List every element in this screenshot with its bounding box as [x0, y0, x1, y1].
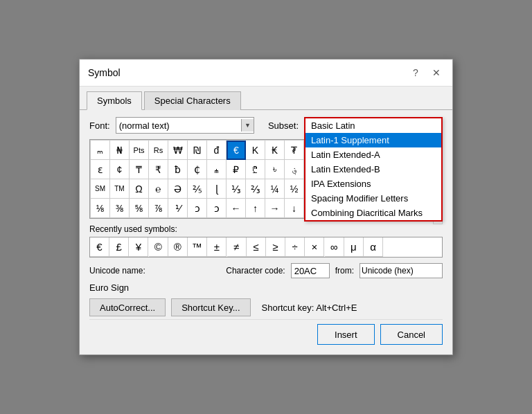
- font-select[interactable]: (normal text): [116, 117, 254, 134]
- help-button[interactable]: ?: [408, 65, 423, 80]
- symbol-cell[interactable]: ⅛: [91, 199, 110, 218]
- recent-cell[interactable]: ≤: [247, 237, 266, 257]
- symbol-cell[interactable]: ⅝: [130, 199, 149, 218]
- from-label: from:: [335, 266, 354, 276]
- subset-option-latin-ext-a[interactable]: Latin Extended-A: [305, 147, 441, 162]
- symbol-cell[interactable]: ½: [285, 179, 304, 199]
- unicode-name-value: Euro Sign: [89, 282, 129, 293]
- font-value: (normal text): [119, 120, 170, 131]
- symbol-cell[interactable]: TM: [110, 179, 130, 199]
- recent-cell[interactable]: ¥: [129, 237, 148, 257]
- symbol-cell[interactable]: ℮: [149, 179, 168, 199]
- recently-used-label: Recently used symbols:: [89, 224, 443, 234]
- symbol-cell[interactable]: ₦: [110, 141, 130, 160]
- symbol-cell[interactable]: ₾: [246, 160, 265, 179]
- subset-option-basic-latin[interactable]: Basic Latin: [305, 118, 441, 133]
- symbol-cell[interactable]: ৳: [265, 160, 285, 179]
- symbol-cell[interactable]: ⅓: [227, 179, 246, 199]
- footer-row: Insert Cancel: [89, 319, 443, 348]
- character-code-input[interactable]: [291, 263, 330, 278]
- dialog-body: Font: (normal text) Subset: Currency Sym…: [80, 110, 452, 354]
- dialog-title: Symbol: [88, 67, 121, 78]
- recent-cell[interactable]: ∞: [325, 237, 344, 257]
- unicode-name-value-row: Euro Sign: [89, 282, 443, 293]
- symbol-cell[interactable]: ₩: [168, 141, 188, 160]
- symbol-cell[interactable]: ₼: [207, 160, 227, 179]
- unicode-info-row: Unicode name: Character code: from: Unic…: [89, 263, 443, 278]
- symbol-cell[interactable]: Pts: [130, 141, 149, 160]
- recent-cell[interactable]: ≥: [266, 237, 285, 257]
- subset-option-spacing[interactable]: Spacing Modifier Letters: [305, 191, 441, 206]
- shortcut-text: Shortcut key: Alt+Ctrl+E: [262, 303, 357, 313]
- recent-cell[interactable]: ÷: [285, 237, 305, 257]
- symbol-cell[interactable]: ⅖: [188, 179, 207, 199]
- tab-symbols[interactable]: Symbols: [87, 91, 142, 110]
- symbol-cell[interactable]: ɭ: [207, 179, 227, 199]
- recently-used-grid: € £ ¥ © ® ™ ± ≠ ≤ ≥ ÷ × ∞ μ α: [89, 237, 443, 258]
- symbol-cell[interactable]: ⅞: [149, 199, 168, 218]
- symbol-cell[interactable]: ƀ: [168, 160, 188, 179]
- subset-dropdown-wrapper: Currency Symbols Basic Latin Latin-1 Sup…: [304, 117, 443, 134]
- symbol-cell[interactable]: ↓: [285, 199, 304, 218]
- symbol-cell-euro[interactable]: €: [227, 141, 246, 160]
- symbol-cell[interactable]: K: [246, 141, 265, 160]
- recent-cell[interactable]: ®: [168, 237, 188, 257]
- symbol-cell[interactable]: ¢: [110, 160, 130, 179]
- symbol-cell[interactable]: ←: [227, 199, 246, 218]
- symbol-cell[interactable]: ⅔: [246, 179, 265, 199]
- subset-label: Subset:: [268, 120, 299, 131]
- title-bar-controls: ? ✕: [408, 65, 444, 80]
- autocorrect-button[interactable]: AutoCorrect...: [89, 298, 166, 316]
- symbol-cell[interactable]: ₪: [188, 141, 207, 160]
- symbol-cell[interactable]: đ: [207, 141, 227, 160]
- symbol-cell[interactable]: ↄ: [188, 199, 207, 218]
- subset-option-ipa[interactable]: IPA Extensions: [305, 177, 441, 191]
- character-code-label: Character code:: [226, 266, 285, 276]
- from-value: Unicode (hex): [362, 266, 414, 276]
- symbol-cell[interactable]: ɔ: [207, 199, 227, 218]
- recent-cell[interactable]: μ: [344, 237, 364, 257]
- tab-bar: Symbols Special Characters: [80, 87, 452, 110]
- symbol-cell[interactable]: Ω: [130, 179, 149, 199]
- symbol-cell[interactable]: ₵: [188, 160, 207, 179]
- close-button[interactable]: ✕: [429, 65, 444, 80]
- subset-option-latin-ext-b[interactable]: Latin Extended-B: [305, 162, 441, 177]
- symbol-cell[interactable]: →: [265, 199, 285, 218]
- symbol-cell[interactable]: ¼: [265, 179, 285, 199]
- symbol-cell[interactable]: Ə: [168, 179, 188, 199]
- action-buttons-row: AutoCorrect... Shortcut Key... Shortcut …: [89, 298, 443, 316]
- subset-option-combining[interactable]: Combining Diacritical Marks: [305, 206, 441, 220]
- symbol-cell[interactable]: ₭: [265, 141, 285, 160]
- symbol-cell[interactable]: Rs: [149, 141, 168, 160]
- cancel-button[interactable]: Cancel: [380, 324, 443, 345]
- symbol-cell[interactable]: SM: [91, 179, 110, 199]
- from-select[interactable]: Unicode (hex): [360, 263, 443, 278]
- recent-cell[interactable]: ±: [207, 237, 227, 257]
- recent-cell[interactable]: €: [90, 237, 109, 257]
- symbol-cell[interactable]: ₸: [130, 160, 149, 179]
- symbol-cell[interactable]: ₹: [149, 160, 168, 179]
- symbol-cell[interactable]: ɛ: [91, 160, 110, 179]
- tab-special-characters[interactable]: Special Characters: [144, 91, 241, 110]
- title-bar: Symbol ? ✕: [80, 60, 452, 87]
- unicode-name-label: Unicode name:: [89, 266, 145, 276]
- subset-option-latin1[interactable]: Latin-1 Supplement: [305, 133, 441, 147]
- symbol-cell[interactable]: ↑: [246, 199, 265, 218]
- recent-cell[interactable]: ≠: [227, 237, 247, 257]
- recent-cell[interactable]: ×: [305, 237, 324, 257]
- recent-cell[interactable]: £: [109, 237, 129, 257]
- recent-cell[interactable]: α: [364, 237, 383, 257]
- recent-cell[interactable]: ™: [188, 237, 207, 257]
- symbol-cell[interactable]: ⅜: [110, 199, 130, 218]
- shortcut-key-button[interactable]: Shortcut Key...: [171, 298, 250, 316]
- subset-dropdown: Basic Latin Latin-1 Supplement Latin Ext…: [304, 117, 443, 222]
- recent-cell[interactable]: ©: [149, 237, 168, 257]
- symbol-cell[interactable]: ₘ: [91, 141, 110, 160]
- symbol-cell[interactable]: ⅟: [168, 199, 188, 218]
- insert-button[interactable]: Insert: [317, 324, 375, 345]
- symbol-dialog: Symbol ? ✕ Symbols Special Characters Fo…: [79, 59, 453, 355]
- symbol-cell[interactable]: ؋: [285, 160, 304, 179]
- font-dropdown-arrow[interactable]: [241, 119, 254, 132]
- symbol-cell[interactable]: ₽: [227, 160, 246, 179]
- symbol-cell[interactable]: ₮: [285, 141, 304, 160]
